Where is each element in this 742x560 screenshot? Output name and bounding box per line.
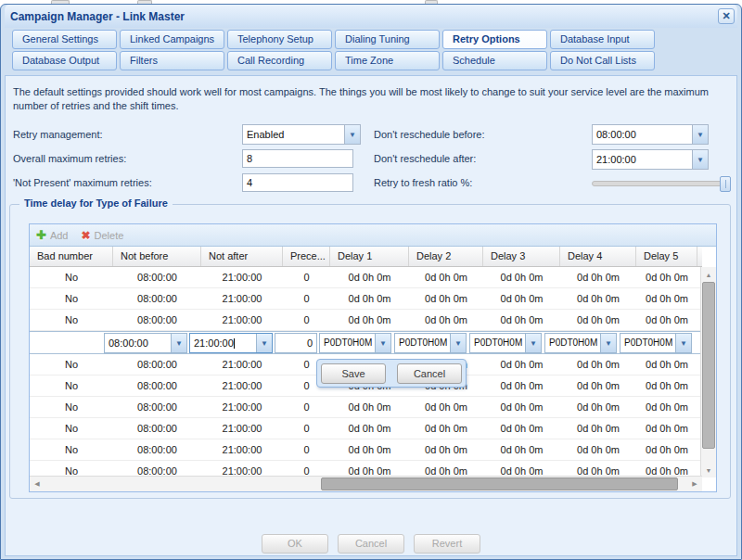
failure-delay-grid: ✚ Add ✖ Delete Bad numberNot beforeNot a… <box>29 223 717 492</box>
tab-filters[interactable]: Filters <box>120 51 224 70</box>
table-cell: 21:00:00 <box>201 397 283 417</box>
edit-delay-value: P0DT0H0M <box>395 334 450 352</box>
horizontal-scrollbar[interactable]: ◀ ▶ <box>30 476 702 491</box>
table-cell: 0d 0h 0m <box>560 397 636 417</box>
column-header-not-before[interactable]: Not before <box>113 247 201 266</box>
table-row[interactable]: No08:00:0021:00:0000d 0h 0m0d 0h 0m0d 0h… <box>30 288 702 310</box>
table-cell: No <box>30 354 113 375</box>
column-header-filler <box>697 247 702 266</box>
tab-dialing-tuning[interactable]: Dialing Tuning <box>335 30 440 49</box>
chevron-down-icon: ▼ <box>692 150 708 169</box>
table-cell: 0d 0h 0m <box>560 354 636 375</box>
close-button[interactable]: ✕ <box>718 8 735 24</box>
horizontal-scroll-thumb[interactable] <box>321 477 678 490</box>
dialog-title: Campaign Manager - Link Master <box>10 10 185 23</box>
edit-delay-value: P0DT0H0M <box>620 334 675 352</box>
column-header-prece[interactable]: Prece... <box>283 247 330 266</box>
tab-schedule[interactable]: Schedule <box>442 51 547 70</box>
column-header-delay-2[interactable]: Delay 2 <box>409 247 483 266</box>
table-cell: 08:00:00 <box>113 267 201 287</box>
add-button[interactable]: ✚ Add <box>36 229 68 241</box>
tab-telephony-setup[interactable]: Telephony Setup <box>227 30 332 49</box>
table-row[interactable]: No08:00:0021:00:0000d 0h 0m0d 0h 0m0d 0h… <box>30 397 702 418</box>
close-icon: ✕ <box>722 10 730 22</box>
cancel-button[interactable]: Cancel <box>338 534 404 554</box>
scroll-left-icon[interactable]: ◀ <box>30 477 45 491</box>
tab-database-input[interactable]: Database Input <box>550 30 655 49</box>
column-header-delay-1[interactable]: Delay 1 <box>330 247 409 266</box>
table-cell: No <box>30 375 113 396</box>
table-row[interactable]: No08:00:0021:00:0000d 0h 0m0d 0h 0m0d 0h… <box>30 418 702 439</box>
column-header-delay-5[interactable]: Delay 5 <box>636 247 697 266</box>
edit-delay-value: P0DT0H0M <box>470 334 525 352</box>
table-row[interactable]: No08:00:0021:00:0000d 0h 0m0d 0h 0m0d 0h… <box>30 310 702 331</box>
column-header-delay-4[interactable]: Delay 4 <box>560 247 636 266</box>
add-icon: ✚ <box>36 229 46 241</box>
table-cell: 08:00:00 <box>113 439 201 460</box>
edit-delay-value: P0DT0H0M <box>320 334 375 352</box>
table-cell: No <box>30 418 113 439</box>
table-cell: 0d 0h 0m <box>636 288 697 309</box>
table-cell: 0d 0h 0m <box>636 439 697 460</box>
tab-linked-campaigns[interactable]: Linked Campaigns <box>120 30 224 49</box>
tab-general-settings[interactable]: General Settings <box>12 30 117 49</box>
retry-fresh-ratio-slider[interactable] <box>592 181 731 186</box>
overall-max-retries-input[interactable]: 8 <box>242 149 353 168</box>
table-cell: No <box>30 288 113 309</box>
scroll-right-icon[interactable]: ▶ <box>687 477 702 491</box>
delete-icon: ✖ <box>81 230 90 241</box>
table-cell: 0d 0h 0m <box>636 375 697 396</box>
tab-retry-options[interactable]: Retry Options <box>442 30 547 49</box>
grid-toolbar: ✚ Add ✖ Delete <box>30 224 716 247</box>
table-cell: 0d 0h 0m <box>330 397 409 417</box>
vertical-scrollbar[interactable]: ▲ ▼ <box>700 267 716 477</box>
edit-not-after-combo[interactable]: 21:00:00 ▼ <box>189 333 273 353</box>
not-present-max-retries-input[interactable]: 4 <box>242 173 353 192</box>
edit-delay-1-combo[interactable]: P0DT0H0M▼ <box>319 333 391 353</box>
edit-not-before-combo[interactable]: 08:00:00 ▼ <box>104 333 187 353</box>
column-header-not-after[interactable]: Not after <box>201 247 283 266</box>
table-cell: 0 <box>283 288 330 309</box>
table-cell: 0d 0h 0m <box>409 288 483 309</box>
dialog-titlebar: Campaign Manager - Link Master ✕ <box>5 5 737 28</box>
column-header-bad-number[interactable]: Bad number <box>30 247 113 266</box>
table-row[interactable]: No08:00:0021:00:0000d 0h 0m0d 0h 0m0d 0h… <box>30 267 702 288</box>
tab-strip: General SettingsLinked CampaignsTelephon… <box>5 28 737 75</box>
ok-button[interactable]: OK <box>262 534 328 554</box>
table-row[interactable]: No08:00:0021:00:0000d 0h 0m0d 0h 0m0d 0h… <box>30 439 702 461</box>
tab-do-not-call-lists[interactable]: Do Not Call Lists <box>550 51 655 70</box>
column-header-delay-3[interactable]: Delay 3 <box>483 247 560 266</box>
dont-reschedule-before-label: Don't reschedule before: <box>374 129 485 140</box>
edit-delay-3-combo[interactable]: P0DT0H0M▼ <box>469 333 542 353</box>
tab-database-output[interactable]: Database Output <box>12 51 117 70</box>
scroll-up-icon[interactable]: ▲ <box>701 267 716 282</box>
dont-reschedule-after-select[interactable]: 21:00:00 ▼ <box>592 149 709 170</box>
scroll-down-icon[interactable]: ▼ <box>701 463 716 477</box>
vertical-scroll-thumb[interactable] <box>702 282 715 449</box>
edit-precedence-input[interactable]: 0 <box>275 333 317 353</box>
table-cell: 0d 0h 0m <box>483 288 560 309</box>
text-caret <box>234 338 235 349</box>
delete-button[interactable]: ✖ Delete <box>81 230 123 241</box>
table-cell: 0d 0h 0m <box>560 375 636 396</box>
retry-fresh-ratio-label: Retry to fresh ratio %: <box>374 177 472 188</box>
tab-time-zone[interactable]: Time Zone <box>335 51 440 70</box>
table-cell: 21:00:00 <box>201 288 283 309</box>
edit-delay-2-combo[interactable]: P0DT0H0M▼ <box>394 333 467 353</box>
tab-call-recording[interactable]: Call Recording <box>227 51 332 70</box>
dont-reschedule-before-select[interactable]: 08:00:00 ▼ <box>592 124 709 145</box>
revert-button[interactable]: Revert <box>414 534 480 554</box>
edit-delay-4-combo[interactable]: P0DT0H0M▼ <box>544 333 617 353</box>
grid-header-row: Bad numberNot beforeNot afterPrece...Del… <box>30 247 702 267</box>
chevron-down-icon: ▼ <box>525 334 541 352</box>
cancel-edit-button[interactable]: Cancel <box>397 363 462 384</box>
groupbox-title: Time delay for Type of Failure <box>19 197 173 209</box>
table-cell: 21:00:00 <box>201 375 283 396</box>
save-button[interactable]: Save <box>321 363 386 384</box>
retry-management-select[interactable]: Enabled ▼ <box>242 124 361 145</box>
table-cell: 0d 0h 0m <box>483 397 560 417</box>
table-cell: 0d 0h 0m <box>636 310 697 330</box>
table-cell: 0d 0h 0m <box>560 288 636 309</box>
edit-delay-5-combo[interactable]: P0DT0H0M▼ <box>620 333 692 353</box>
slider-handle[interactable] <box>720 176 731 192</box>
